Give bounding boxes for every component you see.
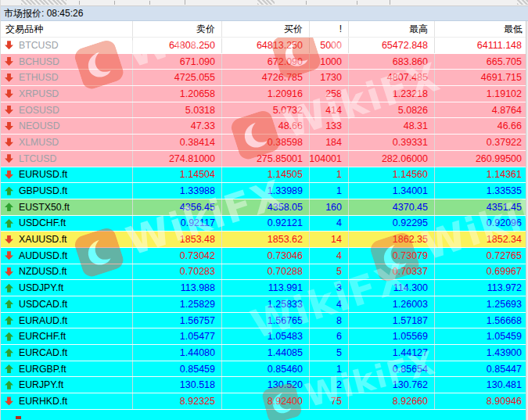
table-row[interactable]: USDCAD.ft 1.25829 1.25833 4 1.26003 1.25… <box>1 296 528 313</box>
toolbar-tick <box>149 1 150 5</box>
header-low[interactable]: 最低 <box>435 21 528 37</box>
spread-cell: 1730 <box>310 70 349 85</box>
table-row[interactable]: NEOUSD 47.33 48.66 133 48.31 46.66 <box>1 118 528 135</box>
symbol-label: NZDUSD.ft <box>19 266 67 277</box>
low-cell: 1.05459 <box>435 328 528 344</box>
table-row[interactable]: BCHUSD 671.090 672.090 1000 683.860 665.… <box>1 54 528 70</box>
symbol-label: EURAUD.ft <box>19 315 67 326</box>
table-row[interactable]: EOSUSD 5.0318 5.0732 414 5.0826 4.8764 <box>1 102 528 119</box>
high-cell: 130.762 <box>349 377 435 393</box>
spread-cell: 8 <box>310 313 349 328</box>
low-cell: 1.43900 <box>435 345 528 361</box>
table-row[interactable]: AUDUSD.ft 0.73042 0.73046 4 0.73079 0.72… <box>1 248 528 264</box>
ask-cell: 1.14505 <box>222 167 310 183</box>
high-cell: 1.05569 <box>349 328 435 344</box>
ask-cell: 0.92121 <box>222 216 310 232</box>
symbol-label: EURHKD.ft <box>19 396 67 407</box>
low-cell: 1852.34 <box>435 232 528 247</box>
header-symbol[interactable]: 交易品种 <box>1 21 133 37</box>
bid-cell: 0.73042 <box>133 248 222 264</box>
toolbar-grip <box>257 0 275 5</box>
symbol-cell: XRPUSD <box>1 86 133 102</box>
low-cell: 4.8764 <box>435 102 528 118</box>
high-cell: 1.14560 <box>349 167 435 183</box>
header-spread[interactable]: ! <box>310 21 349 37</box>
table-header-row: 交易品种 卖价 买价 ! 最高 最低 <box>1 21 528 38</box>
low-cell: 113.972 <box>435 280 528 296</box>
table-row[interactable]: EURUSD.ft 1.14504 1.14505 1 1.14560 1.14… <box>1 167 528 184</box>
table-row[interactable]: EURCHF.ft 1.05477 1.05483 6 1.05569 1.05… <box>1 328 528 345</box>
trend-arrow-icon <box>5 57 13 66</box>
spread-cell: 1 <box>310 361 349 377</box>
trend-arrow-icon <box>5 154 13 163</box>
spread-cell: 1 <box>310 167 349 183</box>
trend-arrow-icon <box>5 219 13 228</box>
bid-cell: 1.20658 <box>133 86 222 102</box>
symbol-label: EURJPY.ft <box>19 379 63 390</box>
spread-cell: 4 <box>310 248 349 264</box>
market-table-body: BTCUSD 64808.250 64813.250 5000 65472.84… <box>1 38 528 420</box>
ask-cell: 1.25833 <box>222 296 310 312</box>
symbol-label: XLMUSD <box>19 137 59 148</box>
table-row[interactable]: EURGBP.ft 0.85459 0.85460 1 0.85654 0.85… <box>1 361 528 378</box>
toolbar-tick <box>306 1 307 5</box>
trend-arrow-icon <box>5 138 13 146</box>
spread-cell: 75 <box>310 393 349 409</box>
trend-arrow-icon <box>5 74 13 82</box>
table-row[interactable]: XAUUSD.ft 1853.48 1853.62 14 1862.35 185… <box>1 232 528 248</box>
symbol-label: ETHUSD <box>19 72 59 83</box>
table-row[interactable]: USDCHF.ft 0.92117 0.92121 4 0.92295 0.92… <box>1 216 528 232</box>
high-cell: 8.92660 <box>349 393 435 409</box>
high-cell: 1.23218 <box>349 86 435 102</box>
high-cell: 1.34001 <box>349 183 435 199</box>
header-high[interactable]: 最高 <box>349 21 435 37</box>
symbol-label: NEOUSD <box>19 120 60 131</box>
symbol-label: EUSTX50.ft <box>19 202 70 213</box>
symbol-cell: EUSTX50.ft <box>1 199 133 215</box>
bid-cell: 0.92117 <box>133 216 222 232</box>
trend-arrow-icon <box>5 332 13 341</box>
table-row[interactable]: EURJPY.ft 130.518 130.520 2 130.762 130.… <box>1 377 528 393</box>
market-watch-window: 市场报价: 08:45:26 交易品种 卖价 买价 ! 最高 最低 BTCUSD… <box>0 0 528 420</box>
bid-cell: 0.85459 <box>133 361 222 377</box>
market-watch-titlebar[interactable]: 市场报价: 08:45:26 <box>1 6 528 21</box>
bid-cell: 64808.250 <box>133 38 222 53</box>
spread-cell: 4 <box>310 296 349 312</box>
symbol-cell: USDCHF.ft <box>1 216 133 232</box>
symbol-cell: AUDUSD.ft <box>1 248 133 264</box>
low-cell: 0.72765 <box>435 248 528 264</box>
table-row[interactable]: EURAUD.ft 1.56757 1.56765 8 1.57187 1.56… <box>1 313 528 329</box>
high-cell: 0.39331 <box>349 135 435 150</box>
header-ask[interactable]: 买价 <box>222 21 310 37</box>
table-row[interactable]: GBPUSD.ft 1.33988 1.33989 1 1.34001 1.33… <box>1 183 528 199</box>
symbol-cell: XLMUSD <box>1 135 133 150</box>
table-row[interactable]: XLMUSD 0.38414 0.38598 184 0.39331 0.379… <box>1 135 528 151</box>
ask-cell: 0.73046 <box>222 248 310 264</box>
low-cell: 0.69967 <box>435 264 528 280</box>
bid-cell: 47.33 <box>133 118 222 134</box>
table-row-partial[interactable] <box>1 410 528 420</box>
header-bid[interactable]: 卖价 <box>133 21 222 37</box>
bid-cell: 130.518 <box>133 377 222 393</box>
table-row[interactable]: EUSTX50.ft 4356.45 4358.05 160 4370.45 4… <box>1 199 528 216</box>
symbol-cell: XAUUSD.ft <box>1 232 133 247</box>
table-row[interactable]: LTCUSD 274.81000 275.85001 104001 282.06… <box>1 151 528 167</box>
table-row[interactable]: XRPUSD 1.20658 1.20916 258 1.23218 1.191… <box>1 86 528 102</box>
low-cell: 0.37922 <box>435 135 528 150</box>
toolbar-separator <box>185 0 185 5</box>
table-row[interactable]: EURHKD.ft 8.92325 8.92400 75 8.92660 8.9… <box>1 393 528 410</box>
ask-cell: 1.56765 <box>222 313 310 328</box>
ask-cell: 5.0732 <box>222 102 310 118</box>
table-row[interactable]: ETHUSD 4725.055 4726.785 1730 4807.485 4… <box>1 70 528 86</box>
table-row[interactable]: USDJPY.ft 113.988 113.991 3 114.300 113.… <box>1 280 528 296</box>
table-row[interactable]: BTCUSD 64808.250 64813.250 5000 65472.84… <box>1 38 528 54</box>
symbol-label: EOSUSD <box>19 105 59 116</box>
table-row[interactable]: NZDUSD.ft 0.70283 0.70288 5 0.70337 0.69… <box>1 264 528 281</box>
trend-arrow-icon <box>5 171 13 179</box>
high-cell: 1.44127 <box>349 345 435 361</box>
table-row[interactable]: EURCAD.ft 1.44080 1.44085 5 1.44127 1.43… <box>1 345 528 361</box>
spread-cell: 5000 <box>310 38 349 53</box>
low-cell: 4691.715 <box>435 70 528 85</box>
low-cell: 64111.148 <box>435 38 528 53</box>
high-cell: 0.73079 <box>349 248 435 264</box>
